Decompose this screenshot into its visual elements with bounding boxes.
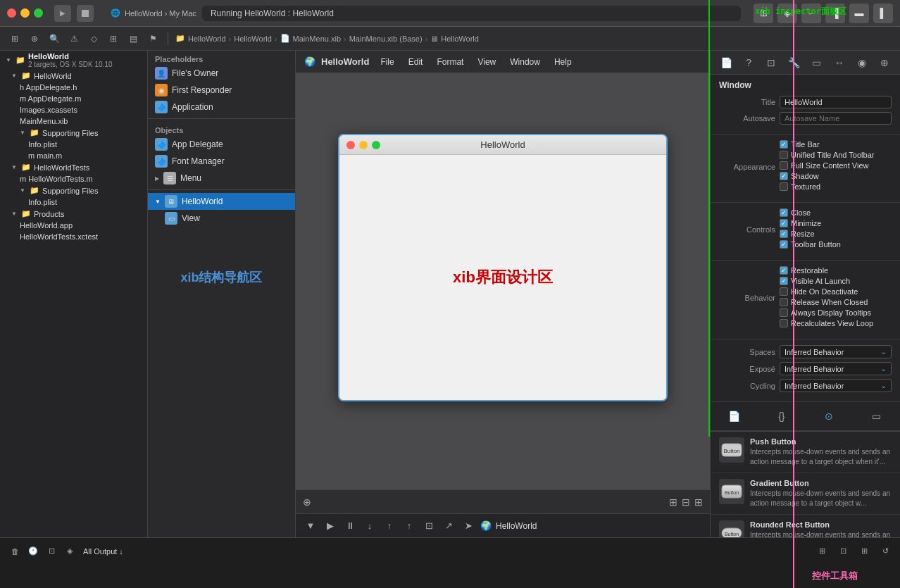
run-button[interactable]: ▶ bbox=[54, 5, 71, 22]
obj-tab-file[interactable]: 📄 bbox=[725, 406, 744, 426]
resize-checkbox[interactable]: ✓ bbox=[780, 230, 788, 238]
tree-helloworld-folder[interactable]: ▼ 📁 HelloWorld bbox=[0, 70, 147, 82]
tree-hwtests-m[interactable]: m HelloWorldTests.m bbox=[0, 173, 147, 184]
close-checkbox[interactable]: ✓ bbox=[780, 208, 788, 217]
recalc-checkbox[interactable] bbox=[780, 319, 788, 327]
tree-supporting-files-2[interactable]: ▼ 📁 Supporting Files bbox=[0, 184, 147, 196]
grid-icon[interactable]: ⊞ bbox=[7, 31, 23, 46]
zoom-icon[interactable]: ⊕ bbox=[303, 496, 311, 508]
debug-icon9[interactable]: ➤ bbox=[461, 518, 476, 534]
warn-icon[interactable]: ⚠ bbox=[66, 31, 82, 46]
share-icon[interactable]: ◈ bbox=[777, 4, 797, 23]
cycling-dropdown[interactable]: Inferred Behavior ⌄ bbox=[780, 379, 892, 392]
xib-view[interactable]: ▭ View bbox=[148, 210, 295, 227]
diff-icon[interactable]: ◇ bbox=[86, 31, 101, 46]
view-effects-icon[interactable]: ⊕ bbox=[875, 53, 894, 73]
bindings-icon[interactable]: ◉ bbox=[852, 53, 872, 73]
xib-helloworld-selected[interactable]: ▼ 🖥 HelloWorld bbox=[148, 193, 295, 210]
debug-icon7[interactable]: ⊡ bbox=[421, 518, 437, 534]
chat-icon[interactable]: ▤ bbox=[125, 31, 141, 46]
debug-icon6[interactable]: ↑ bbox=[401, 518, 417, 534]
debug-icon2[interactable]: ▶ bbox=[323, 518, 338, 534]
output-layout1[interactable]: ⊞ bbox=[814, 544, 830, 559]
tooltips-checkbox[interactable] bbox=[780, 308, 788, 317]
trash-icon[interactable]: 🗑 bbox=[7, 544, 23, 559]
tree-main-m[interactable]: m main.m bbox=[0, 150, 147, 161]
menu-help[interactable]: Help bbox=[549, 56, 577, 68]
search-icon[interactable]: 🔍 bbox=[46, 31, 62, 46]
debug-icon4[interactable]: ↓ bbox=[362, 518, 377, 534]
spaces-dropdown[interactable]: Inferred Behavior ⌄ bbox=[780, 345, 892, 358]
toolbar-btn-checkbox[interactable]: ✓ bbox=[780, 240, 788, 249]
tree-hw-app[interactable]: HelloWorld.app bbox=[0, 220, 147, 231]
xib-app-delegate[interactable]: 🔷 App Delegate bbox=[148, 136, 295, 153]
menu-file[interactable]: File bbox=[375, 56, 399, 68]
shadow-checkbox[interactable]: ✓ bbox=[780, 172, 788, 180]
preview-minimize[interactable] bbox=[359, 141, 368, 149]
restorable-checkbox[interactable]: ✓ bbox=[780, 266, 788, 275]
debug-icon5[interactable]: ↑ bbox=[382, 518, 397, 534]
tree-products-folder[interactable]: ▼ 📁 Products bbox=[0, 208, 147, 220]
tree-hwtests-xctest[interactable]: HelloWorldTests.xctest bbox=[0, 231, 147, 242]
size-icon[interactable]: ▭ bbox=[807, 53, 827, 73]
menu-edit[interactable]: Edit bbox=[403, 56, 429, 68]
title-input[interactable] bbox=[780, 96, 892, 108]
hide-checkbox[interactable] bbox=[780, 287, 788, 296]
debug-icon3[interactable]: ⏸ bbox=[342, 518, 358, 534]
help-icon[interactable]: ? bbox=[739, 53, 758, 73]
tree-root[interactable]: ▼ 📁 HelloWorld 2 targets, OS X SDK 10.10 bbox=[0, 51, 147, 70]
file-inspector-icon[interactable]: 📄 bbox=[716, 53, 736, 73]
textured-checkbox[interactable] bbox=[780, 182, 788, 191]
stop-button[interactable] bbox=[77, 5, 94, 22]
layout-icon[interactable]: ⊞ bbox=[754, 4, 773, 23]
tree-hwtests-folder[interactable]: ▼ 📁 HelloWorldTests bbox=[0, 161, 147, 173]
obj-tab-circle[interactable]: ⊙ bbox=[819, 406, 839, 426]
tree-info-plist-1[interactable]: Info.plist bbox=[0, 139, 147, 150]
preview-close[interactable] bbox=[346, 141, 355, 149]
output-layout2[interactable]: ⊡ bbox=[835, 544, 851, 559]
error-icon[interactable]: ◈ bbox=[62, 544, 77, 559]
obj-tab-rect[interactable]: ▭ bbox=[866, 406, 886, 426]
visible-checkbox[interactable]: ✓ bbox=[780, 277, 788, 285]
connections-icon[interactable]: ↔ bbox=[830, 53, 849, 73]
output-layout3[interactable]: ⊞ bbox=[856, 544, 872, 559]
fullsize-checkbox[interactable] bbox=[780, 161, 788, 170]
tree-info-plist-2[interactable]: Info.plist bbox=[0, 196, 147, 208]
expose-dropdown[interactable]: Inferred Behavior ⌄ bbox=[780, 362, 892, 375]
autosave-input[interactable] bbox=[780, 112, 892, 125]
tree-images[interactable]: Images.xcassets bbox=[0, 104, 147, 115]
expand-icon[interactable]: ⊞ bbox=[694, 496, 703, 508]
identity-icon[interactable]: ⊡ bbox=[761, 53, 781, 73]
back-icon[interactable]: ← bbox=[801, 4, 821, 23]
obj-tab-code[interactable]: {} bbox=[772, 406, 792, 426]
maximize-button[interactable] bbox=[34, 8, 43, 18]
clock-icon[interactable]: 🕐 bbox=[25, 544, 41, 559]
layout-icon2[interactable]: ⊞ bbox=[669, 496, 677, 508]
link-icon[interactable]: ⊞ bbox=[106, 31, 121, 46]
minimize-checkbox[interactable]: ✓ bbox=[780, 219, 788, 227]
close-button[interactable] bbox=[7, 8, 16, 18]
xib-first-responder[interactable]: ◉ First Responder bbox=[148, 82, 295, 99]
release-checkbox[interactable] bbox=[780, 298, 788, 306]
tree-mainmenu[interactable]: MainMenu.xib bbox=[0, 115, 147, 127]
left-panel-icon[interactable]: ▐ bbox=[825, 4, 845, 23]
output-refresh[interactable]: ↺ bbox=[877, 544, 893, 559]
flag-icon[interactable]: ⚑ bbox=[145, 31, 161, 46]
title-bar-checkbox[interactable]: ✓ bbox=[780, 140, 788, 149]
tree-appdelegate-h[interactable]: h AppDelegate.h bbox=[0, 82, 147, 93]
xib-font-manager[interactable]: 🔷 Font Manager bbox=[148, 153, 295, 170]
warning-icon[interactable]: ⊡ bbox=[44, 544, 59, 559]
fit-icon[interactable]: ⊟ bbox=[682, 496, 690, 508]
tree-appdelegate-m[interactable]: m AppDelegate.m bbox=[0, 93, 147, 104]
unified-checkbox[interactable] bbox=[780, 151, 788, 159]
xib-menu[interactable]: ▶ ☰ Menu bbox=[148, 170, 295, 187]
debug-icon8[interactable]: ↗ bbox=[441, 518, 456, 534]
xib-application[interactable]: 🔷 Application bbox=[148, 99, 295, 115]
menu-format[interactable]: Format bbox=[431, 56, 469, 68]
preview-maximize[interactable] bbox=[372, 141, 380, 149]
tag-icon[interactable]: ⊕ bbox=[27, 31, 42, 46]
center-panel-icon[interactable]: ▬ bbox=[849, 4, 869, 23]
menu-window[interactable]: Window bbox=[504, 56, 546, 68]
minimize-button[interactable] bbox=[20, 8, 30, 18]
tree-supporting-files-1[interactable]: ▼ 📁 Supporting Files bbox=[0, 127, 147, 139]
